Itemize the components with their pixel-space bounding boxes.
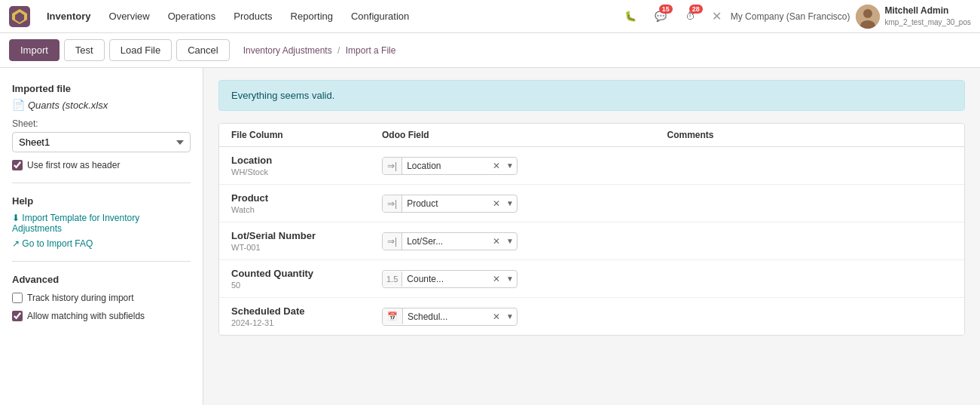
field-text-location: Location xyxy=(402,158,490,174)
use-first-row-label: Use first row as header xyxy=(27,160,120,170)
sample-location: WH/Stock xyxy=(231,167,382,176)
avatar xyxy=(856,5,880,29)
field-clear-date[interactable]: ✕ xyxy=(490,308,503,325)
sidebar-divider-2 xyxy=(12,261,191,262)
table-row: Lot/Serial Number WT-001 ⇒| Lot/Ser... ✕… xyxy=(219,222,964,260)
field-text-lot: Lot/Ser... xyxy=(402,233,490,250)
field-text-product: Product xyxy=(402,195,490,212)
file-col-location: Location xyxy=(231,155,382,166)
sheet-select[interactable]: Sheet1 xyxy=(12,132,191,152)
chat-badge: 15 xyxy=(659,5,673,14)
track-history-checkbox[interactable] xyxy=(12,293,23,303)
header-comments: Comments xyxy=(667,130,953,140)
main-layout: Imported file 📄 Quants (stock.xlsx Sheet… xyxy=(0,68,980,405)
file-col-date: Scheduled Date xyxy=(231,305,382,317)
breadcrumb-current: Import a File xyxy=(346,45,396,56)
nav-operations[interactable]: Operations xyxy=(160,6,224,26)
nav-right: 🐛 💬 15 ⏱ 28 ✕ My Company (San Francisco)… xyxy=(618,5,971,29)
field-text-quantity: Counte... xyxy=(402,271,490,287)
header-odoo-field: Odoo Field xyxy=(382,130,667,140)
allow-matching-row: Allow matching with subfields xyxy=(12,311,191,321)
user-info: Mitchell Admin kmp_2_test_may_30_pos xyxy=(884,5,971,27)
file-col-lot: Lot/Serial Number xyxy=(231,230,382,241)
field-clear-lot[interactable]: ✕ xyxy=(490,233,503,250)
import-button[interactable]: Import xyxy=(9,39,60,61)
breadcrumb-parent[interactable]: Inventory Adjustments xyxy=(243,45,332,56)
table-row: Location WH/Stock ⇒| Location ✕ ▼ xyxy=(219,147,964,185)
filename: Quants (stock.xlsx xyxy=(28,100,108,111)
allow-matching-label: Allow matching with subfields xyxy=(27,311,145,321)
top-nav: Inventory Overview Operations Products R… xyxy=(0,0,980,33)
field-icon-quantity: 1.5 xyxy=(383,272,402,287)
nav-configuration[interactable]: Configuration xyxy=(343,6,417,26)
cancel-button[interactable]: Cancel xyxy=(176,39,229,61)
field-dropdown-location[interactable]: ▼ xyxy=(503,158,517,173)
user-pos: kmp_2_test_may_30_pos xyxy=(884,17,971,27)
field-clear-product[interactable]: ✕ xyxy=(490,195,503,212)
field-dropdown-date[interactable]: ▼ xyxy=(503,309,517,324)
success-banner: Everything seems valid. xyxy=(218,80,965,111)
sample-quantity: 50 xyxy=(231,281,382,290)
use-first-row-checkbox[interactable] xyxy=(12,160,23,170)
svg-point-4 xyxy=(863,9,872,18)
allow-matching-checkbox[interactable] xyxy=(12,311,23,321)
company-name: My Company (San Francisco) xyxy=(731,11,850,22)
help-title: Help xyxy=(12,195,191,207)
action-bar: Import Test Load File Cancel Inventory A… xyxy=(0,33,980,68)
field-clear-quantity[interactable]: ✕ xyxy=(490,271,503,287)
user-name: Mitchell Admin xyxy=(884,5,971,17)
sample-date: 2024-12-31 xyxy=(231,318,382,327)
user-menu[interactable]: Mitchell Admin kmp_2_test_may_30_pos xyxy=(856,5,971,29)
field-dropdown-quantity[interactable]: ▼ xyxy=(503,272,517,286)
field-icon-product: ⇒| xyxy=(383,195,402,212)
field-selector-location[interactable]: ⇒| Location ✕ ▼ xyxy=(382,157,517,175)
table-row: Scheduled Date 2024-12-31 📅 Schedul... ✕… xyxy=(219,298,964,335)
field-dropdown-product[interactable]: ▼ xyxy=(503,196,517,210)
app-logo[interactable] xyxy=(9,6,30,27)
advanced-title: Advanced xyxy=(12,274,191,285)
file-icon: 📄 xyxy=(12,99,25,111)
import-template-link[interactable]: ⬇ Import Template for Inventory Adjustme… xyxy=(12,213,191,234)
close-icon[interactable]: ✕ xyxy=(709,6,725,26)
field-clear-location[interactable]: ✕ xyxy=(490,158,503,174)
use-first-row-row: Use first row as header xyxy=(12,160,191,170)
faq-link[interactable]: ↗ Go to Import FAQ xyxy=(12,238,191,249)
field-text-date: Schedul... xyxy=(403,308,490,325)
chat-icon[interactable]: 💬 15 xyxy=(649,5,673,29)
field-selector-lot[interactable]: ⇒| Lot/Ser... ✕ ▼ xyxy=(382,232,517,250)
table-row: Counted Quantity 50 1.5 Counte... ✕ ▼ xyxy=(219,260,964,298)
field-icon-lot: ⇒| xyxy=(383,233,402,250)
sample-lot: WT-001 xyxy=(231,243,382,252)
field-dropdown-lot[interactable]: ▼ xyxy=(503,234,517,248)
track-history-row: Track history during import xyxy=(12,293,191,303)
header-file-column: File Column xyxy=(231,130,382,140)
timer-badge: 28 xyxy=(689,5,703,14)
field-selector-date[interactable]: 📅 Schedul... ✕ ▼ xyxy=(382,308,517,326)
mapping-table: File Column Odoo Field Comments Location… xyxy=(218,123,965,336)
timer-icon[interactable]: ⏱ 28 xyxy=(679,5,703,29)
bug-icon[interactable]: 🐛 xyxy=(618,5,643,29)
sidebar-divider-1 xyxy=(12,183,191,183)
nav-products[interactable]: Products xyxy=(226,6,279,26)
sheet-label: Sheet: xyxy=(12,118,191,129)
table-row: Product Watch ⇒| Product ✕ ▼ xyxy=(219,185,964,222)
nav-overview[interactable]: Overview xyxy=(102,6,157,26)
file-col-quantity: Counted Quantity xyxy=(231,268,382,279)
field-selector-quantity[interactable]: 1.5 Counte... ✕ ▼ xyxy=(382,270,517,288)
sidebar: Imported file 📄 Quants (stock.xlsx Sheet… xyxy=(0,68,203,405)
track-history-label: Track history during import xyxy=(27,293,134,303)
imported-file-title: Imported file xyxy=(12,83,191,94)
field-icon-date: 📅 xyxy=(383,308,403,324)
sample-product: Watch xyxy=(231,205,382,214)
main-content: Everything seems valid. File Column Odoo… xyxy=(203,68,980,405)
field-selector-product[interactable]: ⇒| Product ✕ ▼ xyxy=(382,195,517,213)
table-header: File Column Odoo Field Comments xyxy=(219,124,964,147)
faq-text: Go to Import FAQ xyxy=(22,238,93,249)
field-icon-location: ⇒| xyxy=(383,158,402,174)
file-col-product: Product xyxy=(231,192,382,204)
load-file-button[interactable]: Load File xyxy=(109,39,172,61)
nav-inventory[interactable]: Inventory xyxy=(39,6,99,26)
import-template-text: Import Template for Inventory Adjustment… xyxy=(12,213,139,234)
test-button[interactable]: Test xyxy=(64,39,105,61)
nav-reporting[interactable]: Reporting xyxy=(283,6,340,26)
